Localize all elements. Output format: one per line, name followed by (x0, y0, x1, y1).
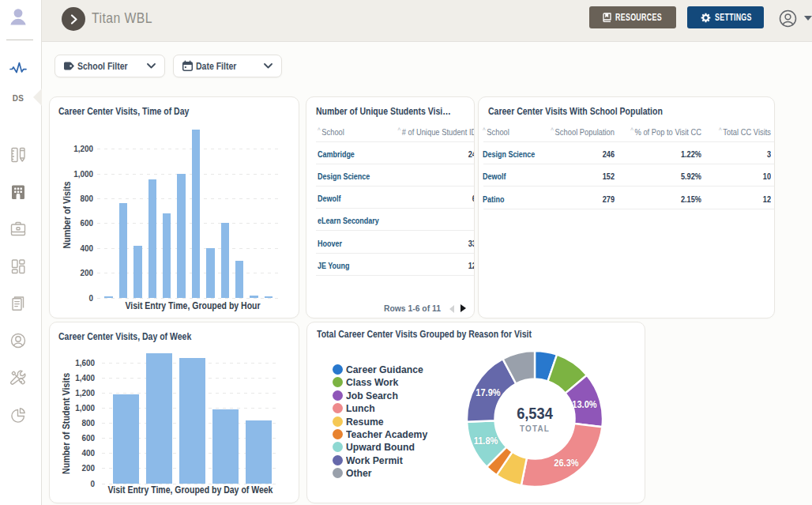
bar[interactable] (177, 174, 186, 298)
y-tick-label: 600 (60, 218, 92, 228)
tools-icon[interactable] (9, 369, 27, 386)
app-logo[interactable] (62, 7, 85, 31)
separator (316, 186, 474, 187)
x-axis-title: Visit Entry Time, Grouped by Day of Week (104, 484, 276, 496)
legend-item: Lunch (333, 402, 377, 414)
sort-caret-icon: ^ (719, 126, 722, 134)
bar[interactable] (192, 130, 201, 298)
value-cell: 12 (645, 194, 771, 204)
value-cell: 1 (354, 216, 475, 225)
legend-label: Career Guidance (346, 364, 423, 375)
column-header[interactable]: ^Total CC Visits (623, 127, 771, 137)
school-name-cell[interactable]: Hoover (318, 239, 342, 248)
y-tick-label: 1,400 (62, 373, 95, 383)
x-axis-title: Visit Entry Time, Grouped by Hour (116, 300, 269, 311)
card-reason-for-visit: Total Career Center Visits Grouped by Re… (306, 322, 645, 503)
user-icon (779, 9, 797, 28)
school-name-cell[interactable]: JE Young (318, 261, 350, 270)
sidebar-avatar-icon[interactable] (8, 6, 28, 26)
y-tick-label: 1,200 (62, 388, 95, 398)
y-tick-label: 1,600 (62, 358, 95, 367)
bar[interactable] (113, 394, 139, 484)
card-visits-time-of-day: Career Center Visits, Time of Day Number… (49, 96, 299, 318)
pie-chart-icon[interactable] (9, 406, 27, 424)
gridline (97, 174, 279, 175)
y-tick-label: 0 (62, 479, 95, 488)
donut-total-label: TOTAL (472, 424, 597, 433)
column-header[interactable]: ^# of Unique Student IDs (333, 127, 475, 137)
bar[interactable] (146, 353, 172, 484)
sort-caret-icon: ^ (397, 126, 400, 134)
user-menu-caret-icon (804, 16, 812, 21)
ruler-pencil-icon[interactable] (9, 146, 27, 164)
legend-label: Work Permit (346, 454, 403, 466)
bar[interactable] (119, 203, 128, 298)
value-cell: 63 (354, 194, 475, 203)
donut-chart: 13.0%26.3%11.8%17.9%6,534TOTAL (465, 349, 604, 488)
legend-dot (333, 377, 343, 387)
settings-gear-icon (701, 13, 711, 23)
settings-label: SETTINGS (715, 12, 752, 23)
bar-chart-day-of-week: 02004006008001,0001,2001,4001,600 (102, 352, 276, 484)
pagination-next-icon[interactable] (461, 304, 466, 312)
sidebar: DS (0, 0, 42, 505)
settings-button[interactable]: SETTINGS (687, 6, 764, 28)
donut-segment[interactable] (521, 424, 603, 487)
bar[interactable] (104, 296, 113, 298)
card-title: Career Center Visits, Day of Week (58, 331, 191, 342)
donut-percent-label: 11.8% (473, 435, 498, 447)
legend-item: Upward Bound (333, 441, 419, 453)
dashboard-content: School Filter Date Filter Career Center … (42, 43, 812, 505)
legend-dot (333, 468, 343, 478)
legend-label: Resume (346, 416, 384, 428)
legend-label: Lunch (346, 402, 375, 414)
pagination-prev-icon[interactable] (449, 305, 454, 313)
separator (316, 141, 474, 142)
bar[interactable] (221, 223, 230, 298)
school-filter-dropdown[interactable]: School Filter (55, 55, 165, 77)
pagination-label: Rows 1-6 of 11 (384, 303, 441, 313)
legend-label: Class Work (346, 376, 398, 388)
card-title: Career Center Visits, Time of Day (58, 106, 189, 117)
separator (316, 253, 474, 254)
card-title: Career Center Visits With School Populat… (488, 106, 663, 117)
y-tick-label: 400 (60, 243, 92, 253)
user-menu[interactable] (779, 8, 812, 28)
sidebar-item-ds[interactable]: DS (2, 93, 34, 103)
separator (483, 164, 774, 164)
value-cell: 10 (645, 171, 771, 181)
activity-icon[interactable] (9, 61, 27, 78)
bar[interactable] (246, 420, 272, 484)
y-tick-label: 400 (62, 448, 95, 458)
legend-dot (333, 364, 343, 375)
dashboard-grid-icon[interactable] (9, 258, 27, 275)
briefcase-icon[interactable] (9, 220, 27, 238)
legend-label: Other (346, 467, 372, 479)
bar[interactable] (265, 296, 273, 298)
school-name-cell[interactable]: Dewolf (318, 194, 340, 203)
bar[interactable] (235, 261, 244, 298)
bar[interactable] (163, 213, 171, 298)
legend-item: Job Search (333, 390, 401, 401)
y-tick-label: 1,000 (62, 403, 95, 413)
building-icon[interactable] (9, 183, 27, 201)
bar[interactable] (179, 358, 205, 484)
resources-button[interactable]: RESOURCES (589, 6, 676, 28)
y-tick-label: 200 (62, 463, 95, 473)
resources-label: RESOURCES (615, 12, 662, 23)
account-icon[interactable] (9, 332, 27, 349)
sort-caret-icon: ^ (318, 126, 321, 134)
card-title: Number of Unique Students Visiting the C… (316, 106, 453, 117)
bar[interactable] (133, 246, 142, 298)
bar[interactable] (250, 296, 258, 298)
document-icon[interactable] (9, 295, 27, 312)
legend-label: Teacher Academy (346, 428, 427, 440)
school-name-cell[interactable]: Cambridge (318, 149, 355, 159)
date-filter-dropdown[interactable]: Date Filter (173, 55, 282, 77)
value-cell: 334 (354, 239, 475, 248)
bar[interactable] (148, 179, 157, 298)
separator (483, 141, 774, 142)
chevron-down-icon (147, 63, 156, 69)
bar[interactable] (212, 409, 239, 484)
bar[interactable] (206, 248, 215, 298)
